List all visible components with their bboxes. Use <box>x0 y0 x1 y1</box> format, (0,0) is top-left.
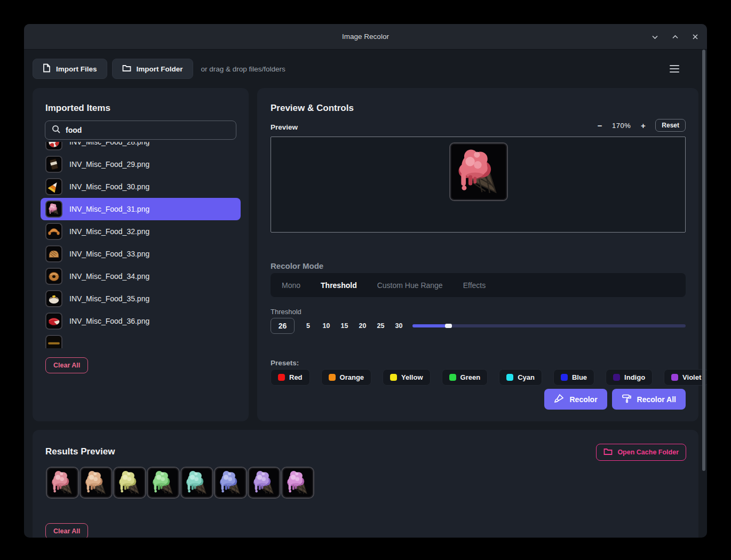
result-thumbnail-yellow[interactable] <box>113 467 146 499</box>
threshold-quick-10[interactable]: 10 <box>320 322 332 330</box>
file-name: INV_Misc_Food_34.png <box>69 272 149 281</box>
imported-items-list: INV_Misc_Food_28.png INV_Misc_Food_29.pn… <box>41 142 241 348</box>
recolor-mode-tabbar: MonoThresholdCustom Hue RangeEffects <box>271 273 686 297</box>
import-folder-label: Import Folder <box>137 65 183 73</box>
preset-indigo-button[interactable]: Indigo <box>606 369 653 386</box>
threshold-quick-5[interactable]: 5 <box>302 322 314 330</box>
color-swatch <box>449 374 456 381</box>
recolor-button[interactable]: Recolor <box>544 389 607 410</box>
open-cache-folder-button[interactable]: Open Cache Folder <box>596 444 686 461</box>
import-files-label: Import Files <box>56 65 97 73</box>
file-name: INV_Misc_Food_35.png <box>69 294 149 303</box>
color-swatch <box>329 374 336 381</box>
list-item[interactable]: INV_Misc_Food_28.png <box>41 142 241 153</box>
preset-cyan-button[interactable]: Cyan <box>499 369 542 386</box>
threshold-quick-25[interactable]: 25 <box>375 322 387 330</box>
zoom-reset-button[interactable]: Reset <box>655 119 686 132</box>
color-swatch <box>278 374 285 381</box>
menu-icon[interactable] <box>670 65 679 73</box>
threshold-label: Threshold <box>271 308 301 316</box>
close-icon[interactable] <box>691 33 700 41</box>
result-thumbnail-indigo[interactable] <box>248 467 281 499</box>
croissant-icon <box>45 223 62 240</box>
screen: Image Recolor Import Files I <box>0 0 731 560</box>
open-cache-folder-label: Open Cache Folder <box>617 449 679 456</box>
tab-threshold[interactable]: Threshold <box>321 281 357 290</box>
tab-mono[interactable]: Mono <box>282 281 300 290</box>
list-item[interactable]: INV_Misc_Food_32.png <box>41 220 241 243</box>
partial-item-icon <box>45 335 62 348</box>
result-thumbnail-cyan[interactable] <box>180 467 213 499</box>
file-name: INV_Misc_Food_30.png <box>69 182 149 191</box>
search-input[interactable] <box>66 126 229 134</box>
threshold-slider[interactable] <box>412 324 686 327</box>
list-item[interactable]: INV_Misc_Food_33.png <box>41 243 241 265</box>
file-icon <box>43 63 51 74</box>
clear-all-imported-button[interactable]: Clear All <box>45 357 88 373</box>
folder-icon <box>603 447 613 457</box>
import-files-button[interactable]: Import Files <box>33 59 107 79</box>
maximize-icon[interactable] <box>671 33 679 41</box>
preset-orange-button[interactable]: Orange <box>321 369 372 386</box>
tab-effects[interactable]: Effects <box>463 281 486 290</box>
chocolate-bar-icon <box>45 156 62 173</box>
preset-blue-button[interactable]: Blue <box>553 369 594 386</box>
recolor-label: Recolor <box>569 395 597 404</box>
list-item[interactable] <box>41 332 241 348</box>
color-swatch <box>390 374 397 381</box>
color-swatch <box>613 374 620 381</box>
preset-label: Indigo <box>624 373 645 381</box>
list-item[interactable]: INV_Misc_Food_29.png <box>41 153 241 175</box>
zoom-controls: − 170% + Reset <box>596 119 686 132</box>
window-scrollbar[interactable] <box>702 50 705 538</box>
slider-fill <box>412 324 446 327</box>
donut-icon <box>45 268 62 285</box>
imported-items-title: Imported Items <box>45 103 110 114</box>
recolor-all-button[interactable]: Recolor All <box>612 389 686 410</box>
import-folder-button[interactable]: Import Folder <box>112 59 193 79</box>
result-thumbnail-red[interactable] <box>46 467 79 499</box>
minimize-icon[interactable] <box>650 33 659 41</box>
results-panel: Results Preview Open Cache Folder <box>33 430 698 538</box>
preview-canvas[interactable] <box>271 137 686 233</box>
scrollbar-thumb[interactable] <box>702 50 705 471</box>
threshold-quick-20[interactable]: 20 <box>356 322 369 330</box>
list-item[interactable]: INV_Misc_Food_30.png <box>41 175 241 198</box>
toolbar: Import Files Import Folder or drag & dro… <box>33 57 698 81</box>
window-title: Image Recolor <box>342 33 389 41</box>
search-box[interactable] <box>45 121 236 140</box>
tab-custom-hue-range[interactable]: Custom Hue Range <box>377 281 443 290</box>
preset-green-button[interactable]: Green <box>442 369 488 386</box>
clear-all-results-button[interactable]: Clear All <box>45 523 88 538</box>
result-thumbnail-green[interactable] <box>147 467 180 499</box>
preset-label: Yellow <box>401 373 423 381</box>
preset-label: Red <box>289 373 303 381</box>
threshold-input[interactable] <box>271 318 295 334</box>
butter-bun-icon <box>45 290 62 307</box>
result-thumbnail-blue[interactable] <box>214 467 247 499</box>
list-item[interactable]: INV_Misc_Food_31.png <box>41 198 241 220</box>
threshold-quick-15[interactable]: 15 <box>338 322 351 330</box>
file-name: INV_Misc_Food_36.png <box>69 317 149 325</box>
result-thumbnail-violet[interactable] <box>281 467 314 499</box>
list-item[interactable]: INV_Misc_Food_35.png <box>41 287 241 310</box>
color-swatch <box>561 374 568 381</box>
recolor-all-label: Recolor All <box>637 395 676 404</box>
file-name: INV_Misc_Food_32.png <box>69 227 149 236</box>
drag-drop-hint: or drag & drop files/folders <box>201 65 285 73</box>
list-item[interactable]: INV_Misc_Food_34.png <box>41 265 241 287</box>
preview-controls-panel: Preview & Controls Preview − 170% + Rese… <box>257 88 698 421</box>
presets-label: Presets: <box>271 359 299 367</box>
search-icon <box>52 125 61 136</box>
preset-red-button[interactable]: Red <box>271 369 310 386</box>
slider-handle[interactable] <box>445 324 452 328</box>
preset-yellow-button[interactable]: Yellow <box>383 369 430 386</box>
zoom-out-button[interactable]: − <box>596 121 603 130</box>
result-thumbnail-orange[interactable] <box>80 467 113 499</box>
file-name: INV_Misc_Food_31.png <box>69 205 149 213</box>
paintbrush-icon <box>554 394 564 405</box>
list-item[interactable]: INV_Misc_Food_36.png <box>41 310 241 332</box>
threshold-quick-30[interactable]: 30 <box>393 322 405 330</box>
preset-violet-button[interactable]: Violet <box>664 369 707 386</box>
zoom-in-button[interactable]: + <box>639 121 647 130</box>
